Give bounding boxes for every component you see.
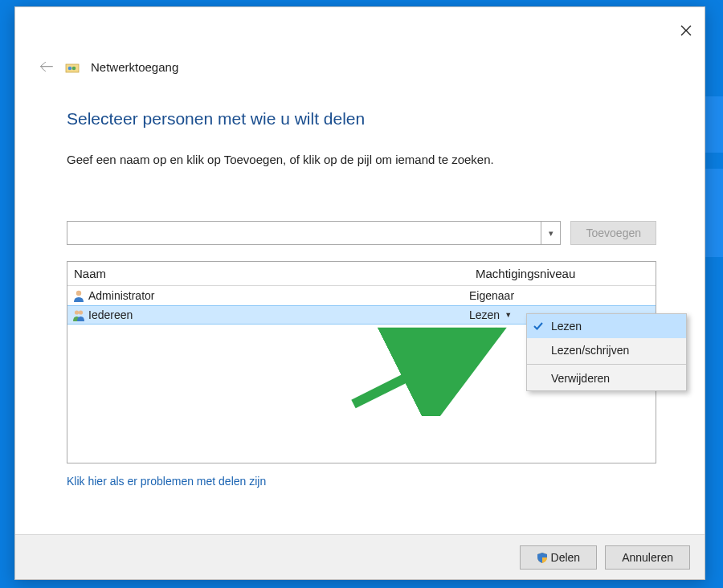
cancel-button[interactable]: Annuleren	[605, 545, 690, 570]
svg-point-1	[68, 66, 72, 70]
svg-point-3	[76, 291, 81, 296]
share-button[interactable]: Delen	[520, 545, 598, 570]
combo-dropdown-button[interactable]: ▾	[541, 222, 560, 244]
add-button[interactable]: Toevoegen	[570, 221, 656, 245]
network-access-icon	[65, 60, 80, 75]
name-input[interactable]	[67, 222, 541, 244]
table-header: Naam Machtigingsniveau	[67, 262, 656, 286]
permission-dropdown-menu: Lezen Lezen/schrijven Verwijderen	[526, 313, 687, 391]
user-name: Administrator	[88, 289, 154, 302]
menu-item-label: Lezen/schrijven	[551, 344, 629, 357]
menu-item-read[interactable]: Lezen	[527, 314, 686, 338]
add-user-row: ▾ Toevoegen	[67, 221, 656, 245]
user-icon	[72, 289, 85, 302]
cell-permission: Eigenaar	[469, 289, 656, 302]
menu-divider	[527, 364, 686, 365]
menu-item-label: Lezen	[551, 320, 582, 333]
group-icon	[72, 308, 85, 321]
col-header-permission[interactable]: Machtigingsniveau	[469, 267, 656, 280]
check-icon	[533, 321, 544, 332]
chevron-down-icon: ▾	[549, 228, 553, 239]
shield-icon	[537, 552, 548, 563]
caret-down-icon: ▼	[504, 311, 512, 319]
table-row[interactable]: Administrator Eigenaar	[67, 286, 656, 305]
instruction-text: Geef een naam op en klik op Toevoegen, o…	[67, 153, 656, 166]
svg-point-5	[79, 310, 83, 314]
footer: Delen Annuleren	[15, 534, 705, 579]
header-title: Netwerktoegang	[91, 60, 178, 74]
dialog-window: 🡠 Netwerktoegang Selecteer personen met …	[14, 6, 705, 580]
user-name: Iedereen	[88, 308, 133, 321]
menu-item-remove[interactable]: Verwijderen	[527, 366, 686, 390]
svg-point-2	[72, 66, 76, 70]
cell-name: Iedereen	[67, 308, 469, 321]
back-arrow-icon[interactable]: 🡠	[39, 59, 54, 76]
svg-point-4	[75, 310, 79, 314]
content-area: Selecteer personen met wie u wilt delen …	[15, 76, 705, 488]
close-icon	[680, 25, 692, 36]
permission-value: Eigenaar	[469, 289, 514, 302]
menu-item-readwrite[interactable]: Lezen/schrijven	[527, 338, 686, 362]
name-combobox[interactable]: ▾	[67, 221, 561, 245]
close-button[interactable]	[679, 23, 693, 38]
titlebar	[15, 7, 705, 57]
share-button-label: Delen	[551, 551, 581, 564]
troubleshoot-link[interactable]: Klik hier als er problemen met delen zij…	[67, 475, 656, 488]
main-heading: Selecteer personen met wie u wilt delen	[67, 109, 656, 129]
permission-value: Lezen	[469, 308, 500, 321]
header: 🡠 Netwerktoegang	[15, 57, 705, 76]
menu-item-label: Verwijderen	[551, 372, 610, 385]
col-header-name[interactable]: Naam	[67, 267, 469, 280]
cell-name: Administrator	[67, 289, 469, 302]
